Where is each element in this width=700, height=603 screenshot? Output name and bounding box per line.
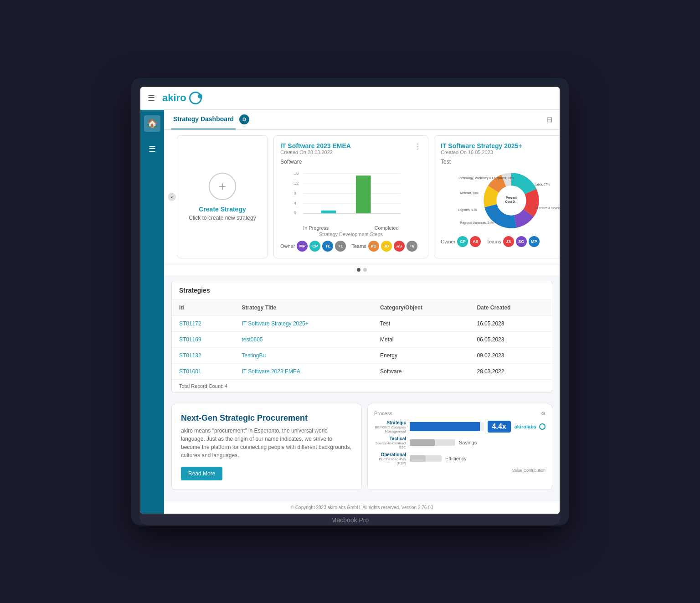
efficiency-label: Efficiency — [445, 456, 467, 461]
operational-bar-bg — [410, 455, 442, 462]
create-strategy-card[interactable]: + Create Strategy Click to create new st… — [177, 135, 268, 258]
svg-text:16: 16 — [294, 170, 299, 175]
promo-text: akiro means "procurement" in Esperanto, … — [181, 427, 352, 459]
cell-id[interactable]: ST01169 — [172, 331, 234, 347]
card-1-created: Created On 28.03.2022 — [280, 149, 351, 155]
strategies-title: Strategies — [172, 281, 552, 300]
create-plus-icon: + — [209, 173, 236, 200]
dot-1[interactable] — [357, 268, 360, 272]
svg-text:Regional Variances, 24%: Regional Variances, 24% — [460, 221, 494, 225]
cell-date: 06.05.2023 — [469, 331, 552, 347]
sidebar-menu-icon[interactable]: ☰ — [144, 141, 160, 157]
tactical-sub: Source-to-ContractS2C — [374, 441, 406, 449]
cell-title[interactable]: test0605 — [234, 331, 373, 347]
cell-date: 09.02.2023 — [469, 347, 552, 363]
logo-text: akiro — [162, 92, 186, 104]
col-id: Id — [172, 300, 234, 316]
prev-arrow[interactable]: ‹ — [168, 193, 176, 201]
operational-sub: Purchase-to-Pay(P2P) — [374, 457, 406, 465]
owner2-avatar-cp: CP — [457, 236, 468, 247]
dot-2[interactable] — [363, 268, 367, 272]
logo-icon — [189, 92, 202, 104]
cell-date: 28.03.2022 — [469, 363, 552, 379]
team-avatar-jd: JD — [381, 241, 392, 252]
big-number: 4.4x — [488, 421, 511, 433]
cell-category: Metal — [373, 331, 469, 347]
pie-chart-area: Present Cost D... Technology, Machinery … — [441, 169, 560, 232]
card-1-category: Software — [280, 159, 422, 165]
col-category: Category/Object — [373, 300, 469, 316]
cell-id[interactable]: ST01132 — [172, 347, 234, 363]
owner-count: +1 — [335, 241, 346, 252]
svg-text:Material, 10%: Material, 10% — [460, 191, 479, 195]
team-avatar-pb: PB — [368, 241, 379, 252]
pie-chart-svg: Present Cost D... Technology, Machinery … — [441, 169, 560, 232]
tab-strategy-dashboard[interactable]: Strategy Dashboard — [171, 110, 236, 130]
bar-chart-svg: 16 12 8 4 0 — [280, 169, 422, 223]
promo-title-bold: Procurement — [257, 413, 308, 423]
card-2-title[interactable]: IT Software Strategy 2025+ — [441, 142, 522, 149]
hamburger-icon[interactable]: ☰ — [148, 93, 155, 103]
promo-card: Next-Gen Strategic Procurement akiro mea… — [171, 404, 362, 490]
strategic-bar-container — [410, 422, 484, 431]
cell-title[interactable]: IT Software Strategy 2025+ — [234, 315, 373, 331]
strategies-table: Id Strategy Title Category/Object Date C… — [172, 300, 552, 380]
laptop-frame: ☰ akiro 🏠 ☰ Strategy Dashboard D ⊟ — [131, 78, 569, 526]
svg-text:0: 0 — [294, 210, 297, 215]
owner-avatar-mp: MP — [297, 241, 308, 252]
analytics-settings-icon[interactable]: ⚙ — [541, 411, 546, 417]
content-area: Strategy Dashboard D ⊟ ‹ + Crea — [164, 110, 560, 514]
promo-title: Next-Gen Strategic Procurement — [181, 413, 352, 423]
pagination-dots — [164, 264, 560, 275]
teams-label-1: Teams — [351, 243, 366, 249]
col-title: Strategy Title — [234, 300, 373, 316]
team2-avatar-sg: SG — [516, 236, 527, 247]
svg-text:Present: Present — [506, 196, 517, 199]
filter-icon[interactable]: ⊟ — [546, 115, 552, 124]
cell-category: Test — [373, 315, 469, 331]
owner-label-1: Owner — [280, 243, 295, 249]
savings-label: Savings — [459, 440, 477, 445]
cell-title[interactable]: IT Software 2023 EMEA — [234, 363, 373, 379]
cell-category: Software — [373, 363, 469, 379]
tab-badge: D — [239, 114, 249, 124]
team2-avatar-js: JS — [503, 236, 514, 247]
table-header-row: Id Strategy Title Category/Object Date C… — [172, 300, 552, 316]
svg-text:12: 12 — [294, 180, 299, 185]
process-item-operational: Operational Purchase-to-Pay(P2P) Efficie… — [374, 452, 546, 465]
team2-avatar-mp: MP — [529, 236, 540, 247]
table-row: ST01132 TestingBu Energy 09.02.2023 — [172, 347, 552, 363]
card-1-title[interactable]: IT Software 2023 EMEA — [280, 142, 351, 149]
cell-id[interactable]: ST01172 — [172, 315, 234, 331]
laptop-label: Macbook Pro — [331, 516, 369, 524]
value-contribution-label: Value Contribution — [374, 468, 546, 473]
card-1-menu-icon[interactable]: ⋮ — [414, 142, 422, 151]
owner-avatar-te: TE — [322, 241, 333, 252]
label-completed: Completed — [375, 225, 399, 231]
svg-text:Labor, 17%: Labor, 17% — [535, 183, 550, 186]
logo: akiro — [162, 92, 202, 104]
cell-id[interactable]: ST01001 — [172, 363, 234, 379]
plus-symbol: + — [219, 179, 226, 194]
create-strategy-sublabel: Click to create new strategy — [189, 215, 256, 221]
strategy-card-1: IT Software 2023 EMEA Created On 28.03.2… — [273, 135, 428, 258]
read-more-button[interactable]: Read More — [181, 467, 222, 480]
col-date: Date Created — [469, 300, 552, 316]
chart-title: Strategy Development Steps — [280, 232, 422, 237]
svg-text:Technology, Machinery & Equipm: Technology, Machinery & Equipment, 18% — [458, 176, 514, 180]
teams-label-2: Teams — [486, 239, 501, 244]
process-item-tactical: Tactical Source-to-ContractS2C Savings — [374, 436, 546, 449]
record-count: Total Record Count: 4 — [172, 380, 552, 392]
strategic-label: Strategic — [374, 420, 406, 425]
tactical-label: Tactical — [374, 436, 406, 441]
tactical-bar-bg — [410, 439, 455, 446]
cell-title[interactable]: TestingBu — [234, 347, 373, 363]
svg-text:8: 8 — [294, 190, 297, 195]
owner-label-2: Owner — [441, 239, 455, 244]
team-count: +6 — [407, 241, 417, 252]
sidebar-home-icon[interactable]: 🏠 — [144, 115, 160, 132]
chart-x-labels: In Progress Completed — [280, 225, 422, 231]
operational-label: Operational — [374, 452, 406, 457]
card-1-header: IT Software 2023 EMEA Created On 28.03.2… — [280, 142, 422, 155]
process-item-strategic: Strategic BEYOND CategoryManagement 4.4x… — [374, 420, 546, 433]
